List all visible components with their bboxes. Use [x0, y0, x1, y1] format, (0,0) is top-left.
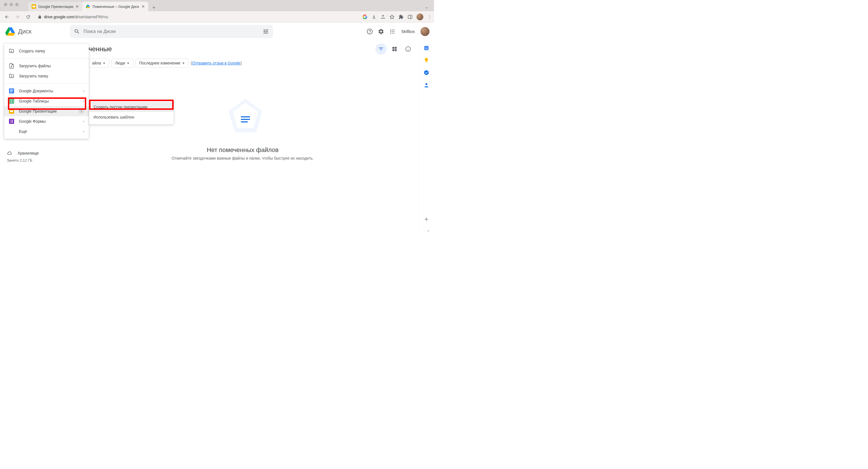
addons-plus-icon[interactable]: ＋	[423, 215, 430, 223]
feedback-link[interactable]: Отправить отзыв в Google	[192, 61, 240, 65]
drive-logo[interactable]: Диск	[4, 26, 70, 37]
tab-strip: Google Презентации ✕ Помеченные – Google…	[0, 0, 434, 11]
google-slides-icon	[9, 108, 14, 114]
menu-item-upload-folder[interactable]: Загрузить папку	[4, 71, 89, 81]
sidebar-item-storage[interactable]: Хранилище	[7, 150, 39, 156]
svg-rect-36	[10, 91, 13, 91]
share-icon[interactable]	[380, 14, 385, 20]
page-title-row: ченные	[71, 43, 414, 55]
filter-button[interactable]	[375, 43, 386, 55]
browser-toolbar: drive.google.com/drive/starred?hl=ru ⋮	[0, 11, 434, 23]
google-sheets-icon	[9, 98, 14, 104]
close-icon[interactable]: ✕	[142, 4, 145, 9]
browser-tab-drive[interactable]: Помеченные – Google Диск ✕	[82, 2, 148, 11]
svg-point-14	[394, 33, 394, 34]
sidepanel-toggle-icon[interactable]	[407, 14, 412, 20]
url-text: drive.google.com/drive/starred?hl=ru	[44, 14, 108, 19]
bookmark-star-icon[interactable]	[390, 14, 395, 20]
account-name[interactable]: Skillbox	[401, 29, 415, 34]
window-traffic-lights	[0, 0, 23, 9]
svg-rect-45	[10, 120, 11, 121]
chip-people[interactable]: Люди ▼	[111, 59, 133, 68]
details-button[interactable]	[402, 43, 414, 55]
header-actions: Skillbox	[366, 27, 430, 36]
drive-favicon-icon	[86, 4, 90, 9]
google-docs-icon	[9, 88, 14, 94]
calendar-icon[interactable]: 31	[424, 45, 429, 51]
storage-block: Хранилище Занято 2,12 ГБ	[7, 150, 39, 162]
main-content: ченные айла ▼ Люди ▼	[70, 40, 418, 234]
svg-point-13	[392, 33, 393, 34]
apps-grid-icon[interactable]	[389, 28, 396, 35]
svg-rect-16	[395, 47, 397, 49]
keep-icon[interactable]	[424, 58, 429, 63]
google-forms-icon	[9, 119, 14, 124]
window-minimize-icon[interactable]	[9, 3, 13, 6]
menu-item-google-slides[interactable]: Google Презентации ›	[4, 106, 89, 116]
window-close-icon[interactable]	[4, 3, 7, 6]
browser-tab-slides[interactable]: Google Презентации ✕	[28, 2, 82, 11]
storage-used: Занято 2,12 ГБ	[7, 158, 39, 162]
blank-icon	[9, 129, 14, 134]
chevron-right-icon: ›	[83, 89, 84, 93]
settings-gear-icon[interactable]	[378, 28, 384, 35]
grid-view-button[interactable]	[389, 43, 400, 55]
chip-last-modified[interactable]: Последнее изменение ▼	[135, 59, 189, 68]
submenu-item-from-template[interactable]: Использовать шаблон	[89, 112, 174, 122]
search-input[interactable]	[84, 29, 259, 34]
extensions-icon[interactable]	[399, 14, 404, 20]
address-bar[interactable]: drive.google.com/drive/starred?hl=ru	[35, 13, 360, 21]
tab-title: Google Презентации	[38, 4, 73, 9]
close-icon[interactable]: ✕	[75, 4, 79, 9]
window-maximize-icon[interactable]	[15, 3, 19, 6]
svg-point-6	[390, 29, 391, 30]
drive-logo-icon	[4, 26, 16, 37]
help-icon[interactable]	[366, 28, 373, 35]
svg-rect-18	[395, 49, 397, 51]
menu-separator	[4, 58, 89, 59]
menu-item-google-forms[interactable]: Google Формы ›	[4, 116, 89, 126]
svg-text:31: 31	[425, 47, 428, 50]
svg-rect-2	[408, 15, 412, 19]
svg-point-9	[390, 31, 391, 32]
menu-item-new-folder[interactable]: Создать папку	[4, 46, 89, 56]
chevron-right-icon: ›	[83, 130, 84, 133]
svg-rect-17	[393, 49, 395, 51]
filter-chip-row: айла ▼ Люди ▼ Последнее изменение ▼ (Отп…	[89, 59, 414, 68]
chrome-menu-icon[interactable]: ⋮	[427, 14, 431, 20]
chevron-right-icon: ›	[83, 120, 84, 123]
tasks-icon[interactable]	[424, 70, 429, 75]
menu-item-google-sheets[interactable]: Google Таблицы ›	[4, 96, 89, 106]
nav-back-button[interactable]	[3, 13, 11, 21]
menu-item-more[interactable]: Ещё ›	[4, 126, 89, 137]
chip-file-type[interactable]: айла ▼	[89, 59, 109, 68]
cloud-icon	[7, 150, 12, 156]
chevron-right-icon: ›	[79, 108, 84, 114]
google-icon[interactable]	[363, 14, 368, 20]
search-options-icon[interactable]	[262, 28, 269, 35]
svg-point-30	[424, 70, 429, 75]
nav-forward-button[interactable]	[13, 13, 22, 21]
contacts-icon[interactable]	[424, 82, 429, 88]
download-icon[interactable]	[371, 14, 376, 20]
svg-point-5	[369, 33, 370, 33]
profile-avatar-icon[interactable]	[416, 13, 423, 20]
upload-folder-icon	[9, 73, 14, 79]
new-folder-icon	[9, 48, 14, 54]
storage-label: Хранилище	[18, 151, 39, 156]
svg-rect-37	[10, 92, 12, 92]
empty-state-illustration	[226, 96, 259, 141]
account-avatar-icon[interactable]	[421, 27, 430, 36]
empty-state-title: Нет помеченных файлов	[71, 146, 414, 154]
sidepanel-collapse-icon[interactable]: ›	[428, 228, 429, 233]
chevron-down-icon: ▼	[182, 62, 185, 65]
menu-item-upload-files[interactable]: Загрузить файлы	[4, 61, 89, 71]
svg-point-10	[392, 31, 393, 32]
svg-rect-48	[11, 121, 13, 122]
menu-item-google-docs[interactable]: Google Документы ›	[4, 86, 89, 96]
search-box[interactable]	[70, 25, 273, 38]
submenu-item-blank-presentation[interactable]: Создать пустую презентацию	[89, 102, 174, 112]
new-tab-button[interactable]: ＋	[150, 3, 158, 11]
tabs-dropdown-icon[interactable]	[423, 4, 430, 11]
nav-reload-button[interactable]	[24, 13, 32, 21]
